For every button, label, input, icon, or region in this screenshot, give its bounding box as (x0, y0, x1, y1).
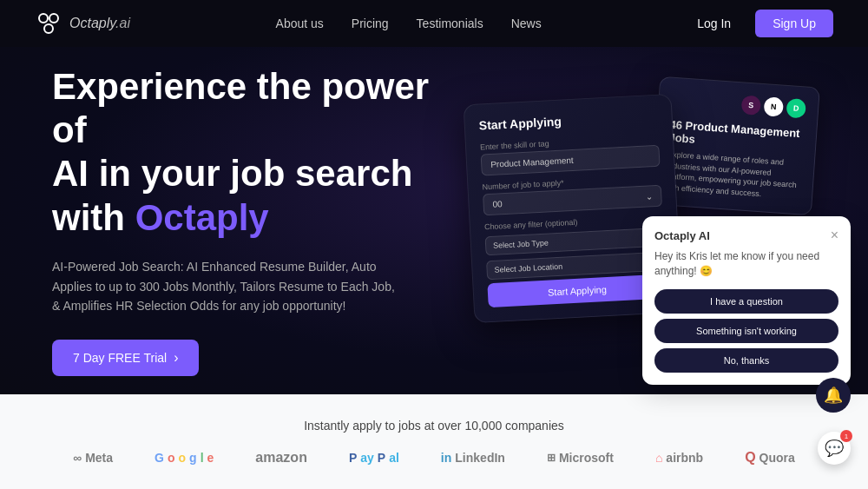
signup-button[interactable]: Sign Up (755, 10, 833, 37)
hero-subtitle: AI-Powered Job Search: AI Enhanced Resum… (52, 257, 399, 315)
company-airbnb: ⌂ airbnb (655, 451, 703, 465)
dropdown-icon: ⌄ (645, 191, 653, 201)
chat-option-question[interactable]: I have a question (654, 289, 838, 314)
nav-actions: Log In Sign Up (687, 10, 833, 37)
ms-grid: ⊞ (547, 452, 556, 464)
brand-icons: S N D (671, 90, 806, 119)
linkedin-label: LinkedIn (455, 451, 505, 465)
amazon-label: amazon (255, 450, 307, 466)
arrow-icon: › (174, 350, 178, 366)
chat-option-no-thanks[interactable]: No, thanks (654, 348, 838, 373)
airbnb-label: airbnb (666, 451, 703, 465)
nav-link-testimonials[interactable]: Testimonials (417, 17, 483, 30)
quora-q: Q (745, 450, 755, 466)
notification-badge: 1 (840, 430, 852, 442)
nav-links: About us Pricing Testimonials News (276, 17, 542, 30)
skill-field: Enter the skill or tag Product Managemen… (480, 134, 661, 176)
apply-form-title: Start Applying (478, 109, 658, 133)
start-applying-button[interactable]: Start Applying (487, 274, 667, 307)
svg-point-2 (44, 24, 53, 33)
company-quora: Q Quora (745, 450, 795, 466)
logo-text: Octaply.ai (69, 16, 130, 31)
hero-content: Experience the power of AI in your job s… (0, 65, 451, 377)
company-paypal: PayPal (349, 451, 399, 465)
message-icon: 💬 (825, 439, 844, 458)
message-button[interactable]: 💬 1 (818, 432, 851, 465)
job-count-field: Number of job to apply* 00 ⌄ (482, 174, 662, 216)
microsoft-label: Microsoft (559, 451, 614, 465)
chat-widget: Octaply AI × Hey its Kris let me know if… (642, 216, 851, 385)
navbar: Octaply.ai About us Pricing Testimonials… (0, 0, 868, 47)
google-label: G (155, 451, 164, 465)
linkedin-in: in (441, 451, 451, 465)
company-google: Google (155, 451, 214, 465)
company-microsoft: ⊞ Microsoft (547, 451, 614, 465)
login-button[interactable]: Log In (687, 11, 741, 36)
svg-point-0 (39, 14, 48, 23)
figma-icon: D (786, 98, 806, 118)
nav-link-about[interactable]: About us (276, 17, 324, 30)
company-linkedin: in LinkedIn (441, 451, 505, 465)
companies-title: Instantly apply to jobs at over 10,000 c… (304, 419, 564, 433)
slack-icon: S (741, 95, 761, 115)
nav-link-pricing[interactable]: Pricing (352, 17, 389, 30)
hero-title: Experience the power of AI in your job s… (52, 65, 451, 241)
chat-close-button[interactable]: × (831, 228, 838, 242)
chat-bubble-icon: 🔔 (824, 386, 843, 405)
chat-bubble-button[interactable]: 🔔 (816, 378, 851, 413)
chat-title: Octaply AI (654, 229, 710, 242)
logo[interactable]: Octaply.ai (35, 10, 130, 37)
nav-link-news[interactable]: News (511, 17, 542, 30)
airbnb-icon: ⌂ (655, 451, 662, 465)
trial-button[interactable]: 7 Day FREE Trial › (52, 340, 199, 376)
job-count-value: 00 (492, 199, 503, 209)
job-count-title: 46 Product Management Jobs (668, 118, 805, 154)
chat-header: Octaply AI × (654, 228, 838, 242)
meta-label: Meta (85, 451, 113, 465)
paypal-p1: P (349, 451, 357, 465)
notion-icon: N (764, 96, 784, 116)
svg-point-1 (49, 14, 58, 23)
meta-symbol: ∞ (73, 451, 82, 465)
chat-option-issue[interactable]: Something isn't working (654, 319, 838, 343)
company-amazon: amazon (255, 450, 307, 466)
job-count-desc: Explore a wide range of roles and indust… (665, 149, 802, 202)
chat-message: Hey its Kris let me know if you need any… (654, 249, 838, 279)
logo-icon (35, 10, 62, 37)
company-meta: ∞ Meta (73, 451, 113, 465)
trial-label: 7 Day FREE Trial (73, 351, 167, 365)
companies-section: Instantly apply to jobs at over 10,000 c… (0, 394, 868, 489)
companies-logos: ∞ Meta Google amazon PayPal in LinkedIn … (73, 450, 795, 466)
quora-label: Quora (760, 451, 795, 465)
